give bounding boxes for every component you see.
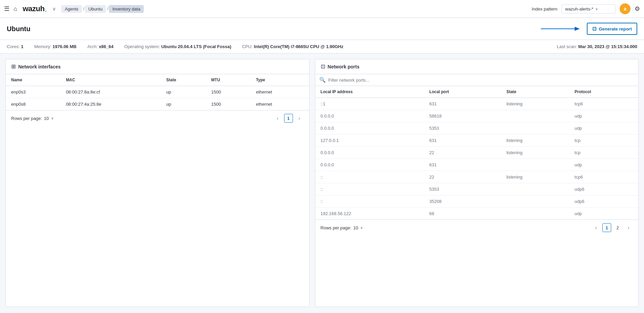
page-header: Ubuntu ⊡ Generate report	[0, 18, 644, 40]
rows-per-page-chevron-icon[interactable]: ∨	[51, 116, 54, 121]
network-ports-header: ⊡ Network ports	[315, 59, 638, 74]
network-interfaces-icon: ⊞	[11, 63, 16, 70]
cell-protocol: udp	[569, 122, 638, 134]
ports-rows-per-page: Rows per page: 10 ∨	[321, 225, 363, 230]
ports-header-row: Local IP address Local port State Protoc…	[315, 86, 638, 98]
top-navigation: ☰ ⌂ wazuh. ∨ Agents / Ubuntu / Inventory…	[0, 0, 644, 18]
network-interfaces-panel: ⊞ Network interfaces Name MAC State MTU …	[5, 59, 309, 307]
cell-port: 631	[424, 159, 501, 171]
cell-mtu: 1500	[206, 86, 251, 98]
cell-protocol: udp	[569, 159, 638, 171]
col-type: Type	[251, 74, 309, 86]
col-state: State	[161, 74, 206, 86]
cell-state	[501, 208, 569, 220]
breadcrumb-ubuntu[interactable]: Ubuntu	[85, 5, 106, 13]
rows-per-page-chevron-icon[interactable]: ∨	[360, 226, 363, 230]
cell-state: listening	[501, 171, 569, 183]
menu-icon[interactable]: ☰	[4, 5, 9, 13]
cell-port: 22	[424, 147, 501, 159]
cell-port: 631	[424, 98, 501, 110]
cell-protocol: udp6	[569, 195, 638, 208]
logo-chevron-icon[interactable]: ∨	[52, 6, 56, 12]
cell-ip: 0.0.0.0	[315, 159, 424, 171]
cell-protocol: udp	[569, 110, 638, 122]
cell-ip: 0.0.0.0	[315, 147, 424, 159]
network-ports-search[interactable]: 🔍	[315, 74, 638, 86]
table-row: 192.168.56.122 68 udp	[315, 208, 638, 220]
logo: wazuh.	[23, 4, 47, 14]
index-pattern-value: wazuh-alerts-*	[565, 6, 593, 12]
cell-mac: 08:00:27:4a:25:8e	[61, 98, 161, 110]
system-info-bar: Cores: 1 Memory: 1976.06 MB Arch: x86_64…	[0, 40, 644, 54]
svg-marker-1	[575, 27, 580, 31]
logo-dot: .	[45, 4, 47, 14]
index-pattern-select[interactable]: wazuh-alerts-* ∨	[561, 4, 616, 14]
arrow-indicator	[541, 24, 581, 34]
breadcrumb-sep-1: /	[83, 6, 84, 11]
index-pattern-chevron-icon: ∨	[595, 7, 598, 11]
cell-state	[501, 195, 569, 208]
cell-type: ethernet	[251, 86, 309, 98]
cell-state: up	[161, 98, 206, 110]
interfaces-page-nav: ‹ 1 ›	[273, 114, 304, 123]
cores-info: Cores: 1	[7, 44, 23, 49]
rows-label: Rows per page:	[321, 225, 351, 230]
table-row: 0.0.0.0 5353 udp	[315, 122, 638, 134]
col-name: Name	[6, 74, 61, 86]
cell-port: 5353	[424, 183, 501, 195]
cell-type: ethernet	[251, 98, 309, 110]
cell-state: listening	[501, 134, 569, 147]
cell-state: listening	[501, 98, 569, 110]
breadcrumb-inventory[interactable]: Inventory data	[109, 5, 143, 13]
topnav-right: Index pattern wazuh-alerts-* ∨ a ⚙	[532, 3, 640, 14]
prev-page-button[interactable]: ‹	[592, 223, 600, 232]
generate-report-label: Generate report	[599, 26, 632, 32]
cell-protocol: udp6	[569, 183, 638, 195]
index-pattern-label: Index pattern	[532, 6, 557, 12]
cell-protocol: tcp6	[569, 98, 638, 110]
home-icon[interactable]: ⌂	[14, 5, 17, 13]
cell-ip: ::1	[315, 98, 424, 110]
network-ports-panel: ⊡ Network ports 🔍 Local IP address Local…	[315, 59, 639, 307]
logo-text: wazuh	[23, 4, 45, 13]
cell-state	[501, 159, 569, 171]
table-row: enp0s8 08:00:27:4a:25:8e up 1500 etherne…	[6, 98, 309, 110]
network-interfaces-header: ⊞ Network interfaces	[6, 59, 309, 74]
table-row: 127.0.0.1 631 listening tcp	[315, 134, 638, 147]
table-row: ::1 631 listening tcp6	[315, 98, 638, 110]
cell-name: enp0s3	[6, 86, 61, 98]
table-row: 0.0.0.0 58618 udp	[315, 110, 638, 122]
cell-state: up	[161, 86, 206, 98]
prev-page-button[interactable]: ‹	[273, 114, 282, 123]
cell-protocol: udp	[569, 208, 638, 220]
col-state: State	[501, 86, 569, 98]
network-ports-table: Local IP address Local port State Protoc…	[315, 86, 638, 220]
col-local-port: Local port	[424, 86, 501, 98]
cell-ip: 0.0.0.0	[315, 110, 424, 122]
next-page-button[interactable]: ›	[295, 114, 304, 123]
next-page-button[interactable]: ›	[624, 223, 633, 232]
network-interfaces-table: Name MAC State MTU Type enp0s3 08:00:27:…	[6, 74, 309, 110]
breadcrumb-agents[interactable]: Agents	[61, 5, 82, 13]
ports-pagination: Rows per page: 10 ∨ ‹ 1 2 ›	[315, 220, 638, 235]
col-protocol: Protocol	[569, 86, 638, 98]
network-interfaces-title: Network interfaces	[18, 64, 61, 69]
breadcrumb-sep-2: /	[107, 6, 108, 11]
table-row: 0.0.0.0 631 udp	[315, 159, 638, 171]
generate-report-button[interactable]: ⊡ Generate report	[587, 23, 637, 35]
memory-info: Memory: 1976.06 MB	[34, 44, 76, 49]
cell-state	[501, 122, 569, 134]
cell-ip: ::	[315, 171, 424, 183]
settings-icon[interactable]: ⚙	[635, 5, 640, 13]
table-row: :: 22 listening tcp6	[315, 171, 638, 183]
cell-port: 68	[424, 208, 501, 220]
avatar[interactable]: a	[620, 3, 630, 14]
cell-mac: 08:00:27:8a:8e:cf	[61, 86, 161, 98]
col-mac: MAC	[61, 74, 161, 86]
current-page-num[interactable]: 1	[284, 114, 293, 123]
current-page-num[interactable]: 1	[602, 223, 611, 232]
table-header-row: Name MAC State MTU Type	[6, 74, 309, 86]
page-2-num[interactable]: 2	[613, 223, 622, 232]
search-icon: 🔍	[319, 77, 326, 83]
network-ports-search-input[interactable]	[328, 78, 634, 83]
